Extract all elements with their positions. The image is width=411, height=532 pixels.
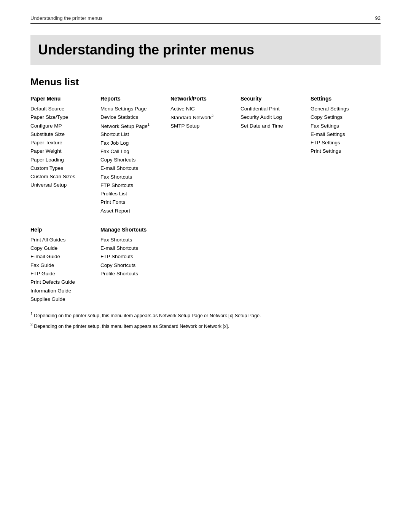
list-item: Supplies Guide (30, 295, 97, 304)
security-header: Security (241, 96, 307, 102)
list-item: FTP Shortcuts (100, 252, 167, 261)
list-item: Default Source (30, 105, 97, 113)
list-item: Paper Texture (30, 139, 97, 147)
list-item: Device Statistics (100, 113, 167, 121)
chapter-heading: Understanding the printer menus (38, 42, 373, 58)
column-settings: Settings General Settings Copy Settings … (311, 96, 381, 215)
list-item: General Settings (311, 105, 377, 113)
settings-header: Settings (311, 96, 377, 102)
list-item: Fax Guide (30, 261, 97, 270)
manage-shortcuts-header: Manage Shortcuts (100, 227, 167, 233)
list-item: Confidential Print (241, 105, 307, 113)
list-item: Print Fonts (100, 198, 167, 206)
list-item: Print All Guides (30, 236, 97, 244)
list-item: Fax Shortcuts (100, 173, 167, 181)
list-item: Print Defects Guide (30, 278, 97, 286)
list-item: Copy Shortcuts (100, 261, 167, 270)
header-page-number: 92 (375, 15, 381, 21)
footnote-1: 1 Depending on the printer setup, this m… (30, 311, 381, 320)
footnotes: 1 Depending on the printer setup, this m… (30, 311, 381, 330)
reports-header: Reports (100, 96, 167, 102)
network-ports-header: Network/Ports (170, 96, 237, 102)
list-item: E-mail Settings (311, 130, 377, 139)
list-item: Copy Guide (30, 244, 97, 252)
list-item: Substitute Size (30, 130, 97, 139)
bottom-section: Help Print All Guides Copy Guide E-mail … (30, 227, 381, 304)
list-item: Profiles List (100, 190, 167, 198)
menus-grid: Paper Menu Default Source Paper Size/Typ… (30, 96, 381, 215)
list-item: FTP Settings (311, 139, 377, 147)
column-network-ports: Network/Ports Active NIC Standard Networ… (170, 96, 241, 215)
list-item: Profile Shortcuts (100, 270, 167, 278)
column-empty-1 (170, 227, 241, 304)
list-item: Information Guide (30, 287, 97, 295)
list-item: Network Setup Page1 (100, 122, 167, 131)
section-heading: Menus list (30, 76, 381, 88)
list-item: E-mail Guide (30, 252, 97, 261)
list-item: Shortcut List (100, 130, 167, 139)
column-paper-menu: Paper Menu Default Source Paper Size/Typ… (30, 96, 100, 215)
list-item: Universal Setup (30, 181, 97, 189)
list-item: Paper Weight (30, 147, 97, 155)
list-item: Print Settings (311, 147, 377, 155)
list-item: FTP Shortcuts (100, 181, 167, 190)
list-item: SMTP Setup (170, 122, 237, 130)
list-item: Fax Call Log (100, 147, 167, 156)
list-item: Menu Settings Page (100, 105, 167, 113)
list-item: E-mail Shortcuts (100, 244, 167, 252)
list-item: Paper Loading (30, 156, 97, 164)
list-item: Fax Job Log (100, 139, 167, 147)
chapter-title-block: Understanding the printer menus (30, 35, 381, 65)
column-empty-3 (311, 227, 381, 304)
list-item: Custom Types (30, 164, 97, 173)
column-reports: Reports Menu Settings Page Device Statis… (100, 96, 170, 215)
help-header: Help (30, 227, 97, 233)
column-help: Help Print All Guides Copy Guide E-mail … (30, 227, 100, 304)
list-item: Active NIC (170, 105, 237, 113)
footnote-2: 2 Depending on the printer setup, this m… (30, 322, 381, 330)
column-manage-shortcuts: Manage Shortcuts Fax Shortcuts E-mail Sh… (100, 227, 170, 304)
list-item: Security Audit Log (241, 113, 307, 121)
list-item: Custom Scan Sizes (30, 173, 97, 181)
list-item: Set Date and Time (241, 122, 307, 130)
list-item: Configure MP (30, 122, 97, 130)
list-item: E-mail Shortcuts (100, 164, 167, 173)
list-item: Copy Shortcuts (100, 156, 167, 164)
paper-menu-header: Paper Menu (30, 96, 97, 102)
list-item: Paper Size/Type (30, 113, 97, 121)
list-item: Standard Network2 (170, 113, 237, 122)
list-item: Copy Settings (311, 113, 377, 121)
header-title: Understanding the printer menus (30, 15, 102, 21)
page: Understanding the printer menus 92 Under… (0, 0, 411, 532)
list-item: Fax Shortcuts (100, 236, 167, 244)
list-item: Asset Report (100, 207, 167, 215)
list-item: FTP Guide (30, 270, 97, 278)
header-bar: Understanding the printer menus 92 (30, 15, 381, 24)
column-security: Security Confidential Print Security Aud… (241, 96, 311, 215)
list-item: Fax Settings (311, 122, 377, 130)
column-empty-2 (241, 227, 311, 304)
